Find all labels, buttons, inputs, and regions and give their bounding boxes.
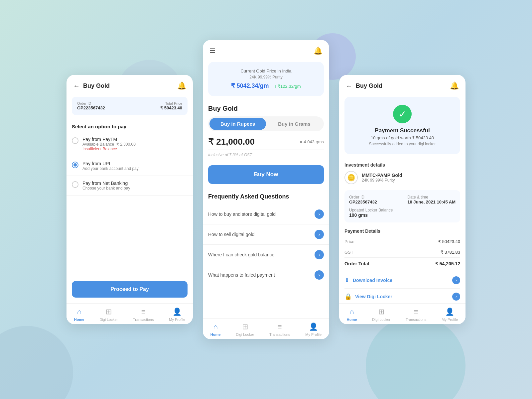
success-banner: ✓ Payment Successful 10 gms of gold wort… [344,97,460,154]
nav-home-label-s2: Home [210,332,221,336]
hamburger-icon[interactable]: ☰ [209,47,215,55]
paytm-balance: Available Balance ₹ 2,300.00 [82,142,136,147]
action-links: ⬇ Download Invoice › 🔒 View Digi Locker … [339,270,466,305]
nav-profile-s3[interactable]: 👤 My Profile [442,308,458,322]
date-value: 10 June, 2021 10:45 AM [407,200,456,204]
back-arrow-icon-s3[interactable]: ← [346,82,352,90]
nav-profile-s1[interactable]: 👤 My Profile [169,308,185,322]
order-info-box: Order ID GP223567432 Total Price ₹ 50423… [72,97,188,115]
invest-purity: 24K 99.99% Purity [362,178,402,183]
profile-icon-s1: 👤 [173,308,182,316]
screen2-top: ☰ 🔔 [203,40,329,59]
toggle-rupees-btn[interactable]: Buy in Rupees [209,118,266,130]
transactions-icon-s2: ≡ [278,323,282,331]
invest-details: MMTC-PAMP Gold 24K 99.99% Purity [362,173,402,183]
nav-home-s3[interactable]: ⌂ Home [347,308,357,322]
screen-buy-gold: ☰ 🔔 Current Gold Price in India 24K 99.9… [203,40,329,339]
order-id-label: Order ID [77,101,105,105]
faq-item-0[interactable]: How to buy and store digital gold › [203,204,329,224]
buy-gold-title: Buy Gold [203,99,329,116]
radio-netbanking[interactable] [72,181,78,188]
nav-home-s2[interactable]: ⌂ Home [210,323,221,336]
back-arrow-icon[interactable]: ← [73,82,80,90]
bell-icon[interactable]: 🔔 [177,81,186,90]
netbanking-name: Pay from Net Banking [82,181,130,186]
radio-paytm[interactable] [72,137,78,144]
order-total-row: Order Total ₹ 54,205.12 [344,258,460,270]
faq-item-2[interactable]: Where I can check gold balance › [203,245,329,265]
screen3-header-left: ← Buy Gold [346,82,382,90]
nav-profile-label-s1: My Profile [169,318,185,322]
faq-icon-0: › [315,209,324,219]
nav-digilocker-label-s2: Digi Locker [236,332,254,336]
locker-icon: 🔒 [344,293,352,300]
netbanking-text: Pay from Net Banking Choose your bank an… [82,181,130,191]
faq-item-1[interactable]: How to sell digital gold › [203,224,329,245]
home-icon-s1: ⌂ [77,308,81,316]
nav-digilocker-s3[interactable]: ⊞ Digi Locker [372,308,390,322]
amount-grams: = 4.043 gms [300,139,324,144]
payment-details-title: Payment Details [344,228,460,234]
gst-row: GST ₹ 3781.83 [344,247,460,258]
select-option-label: Select an option to pay [66,118,193,132]
gold-price-title: Current Gold Price in India [215,68,317,73]
bg-circle-1 [0,326,73,399]
bell-icon-s3[interactable]: 🔔 [450,81,459,90]
date-block: Date & time 10 June, 2021 10:45 AM [407,195,456,204]
order-id-block-s3: Order ID GP223567432 [349,195,377,204]
screen1-header: ← Buy Gold 🔔 [66,75,193,93]
payment-option-netbanking[interactable]: Pay from Net Banking Choose your bank an… [66,176,193,196]
proceed-to-pay-button[interactable]: Proceed to Pay [72,281,188,298]
order-id-row: Order ID GP223567432 Date & time 10 June… [349,195,456,204]
nav-profile-s2[interactable]: 👤 My Profile [305,323,322,336]
upi-sub: Add your bank account and pay [82,166,139,171]
total-price-label: Total Price [160,101,182,105]
faq-icon-3: › [315,270,324,280]
price-row: Price ₹ 50423.40 [344,236,460,247]
bell-icon-s2[interactable]: 🔔 [314,47,323,55]
nav-transactions-s3[interactable]: ≡ Transactions [406,308,427,322]
faq-text-0: How to buy and store digital gold [208,211,315,217]
nav-home-label-s1: Home [74,318,84,322]
upi-text: Pay from UPI Add your bank account and p… [82,161,139,171]
total-price-value: ₹ 50423.40 [160,105,182,110]
nav-digilocker-s2[interactable]: ⊞ Digi Locker [236,323,254,336]
digilocker-icon-s1: ⊞ [106,308,112,316]
gold-coin-icon: 🪙 [344,171,358,184]
gst-value: ₹ 3781.83 [441,250,460,255]
download-icon: ⬇ [344,277,349,284]
faq-text-1: How to sell digital gold [208,232,315,237]
faq-item-3[interactable]: What happens to failed payment › [203,265,329,285]
invest-name: MMTC-PAMP Gold [362,173,402,178]
view-digi-locker-link[interactable]: 🔒 View Digi Locker › [344,289,460,305]
toggle-grams-btn[interactable]: Buy in Grams [266,118,323,130]
transactions-icon-s1: ≡ [141,308,146,316]
buy-now-button[interactable]: Buy Now [208,165,324,184]
order-details-grid: Order ID GP223567432 Date & time 10 June… [344,190,460,222]
nav-transactions-label-s1: Transactions [133,318,154,322]
nav-home-s1[interactable]: ⌂ Home [74,308,84,322]
nav-transactions-s2[interactable]: ≡ Transactions [269,323,290,336]
nav-transactions-s1[interactable]: ≡ Transactions [133,308,154,322]
nav-digilocker-label-s3: Digi Locker [372,318,390,322]
screen3-bottom-nav: ⌂ Home ⊞ Digi Locker ≡ Transactions 👤 My… [339,303,466,324]
transactions-icon-s3: ≡ [414,308,418,316]
faq-text-2: Where I can check gold balance [208,252,315,257]
payment-option-paytm[interactable]: Pay from PayTM Available Balance ₹ 2,300… [66,132,193,156]
gst-label: GST [344,250,353,255]
nav-profile-label-s3: My Profile [442,318,458,322]
screen1-header-left: ← Buy Gold [73,82,110,90]
radio-upi[interactable] [72,162,78,168]
gold-price-value: ₹ 5042.34/gm [231,82,269,89]
nav-digilocker-label-s1: Digi Locker [99,318,118,322]
nav-digilocker-s1[interactable]: ⊞ Digi Locker [99,308,118,322]
payment-option-upi[interactable]: Pay from UPI Add your bank account and p… [66,156,193,176]
gold-price-row: ₹ 5042.34/gm ↑ ₹122.32/gm [215,82,317,89]
success-note: Successfully added to your digi locker [350,142,455,146]
view-digi-locker-left: 🔒 View Digi Locker [344,293,392,300]
profile-icon-s2: 👤 [309,323,318,331]
download-invoice-link[interactable]: ⬇ Download Invoice › [344,272,460,289]
invest-title: Investment details [344,162,460,168]
locker-balance-value: 100 gms [349,212,456,218]
home-icon-s2: ⌂ [213,323,217,331]
